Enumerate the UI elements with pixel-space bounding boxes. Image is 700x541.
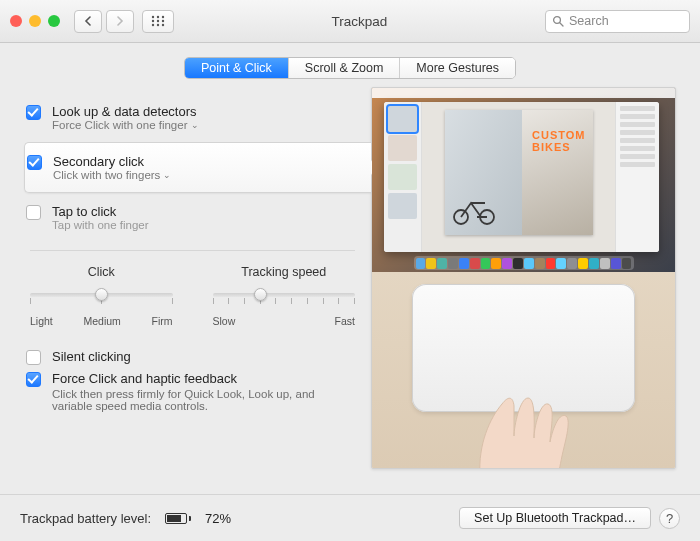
option-secondary-click-checkbox[interactable] xyxy=(27,155,42,170)
grid-icon xyxy=(151,15,165,27)
sliders-row: Click Light Medium Firm Tracking speed xyxy=(24,251,361,335)
tabs: Point & Click Scroll & Zoom More Gesture… xyxy=(184,57,516,79)
option-silent-clicking[interactable]: Silent clicking xyxy=(26,349,359,365)
titlebar: Trackpad Search xyxy=(0,0,700,43)
option-look-up-checkbox[interactable] xyxy=(26,105,41,120)
svg-line-10 xyxy=(560,23,563,26)
option-look-up-title: Look up & data detectors xyxy=(52,104,199,119)
hand-icon xyxy=(450,384,598,469)
footer: Trackpad battery level: 72% Set Up Bluet… xyxy=(0,494,700,541)
click-slider-label: Click xyxy=(30,265,173,279)
chevron-down-icon: ⌄ xyxy=(191,120,199,130)
battery-percent: 72% xyxy=(205,511,231,526)
window-controls xyxy=(10,15,60,27)
click-slider: Click Light Medium Firm xyxy=(30,265,173,327)
tab-point-and-click[interactable]: Point & Click xyxy=(185,58,289,78)
search-placeholder: Search xyxy=(569,14,609,28)
svg-point-0 xyxy=(152,16,154,18)
option-look-up[interactable]: Look up & data detectors Force Click wit… xyxy=(24,93,361,142)
preview-headline: CUSTOMBIKES xyxy=(532,130,585,153)
show-all-prefs-button[interactable] xyxy=(142,10,174,33)
svg-point-3 xyxy=(152,20,154,22)
bike-icon xyxy=(451,197,497,225)
chevron-down-icon: ⌄ xyxy=(163,170,171,180)
click-slider-track[interactable] xyxy=(30,285,173,305)
tracking-slider-track[interactable] xyxy=(213,285,356,305)
option-force-click-checkbox[interactable] xyxy=(26,372,41,387)
svg-point-6 xyxy=(152,24,154,26)
nav-buttons xyxy=(74,10,134,33)
minimize-window-button[interactable] xyxy=(29,15,41,27)
svg-point-9 xyxy=(554,17,561,24)
svg-point-4 xyxy=(157,20,159,22)
forward-button[interactable] xyxy=(106,10,134,33)
help-button[interactable]: ? xyxy=(659,508,680,529)
battery-label: Trackpad battery level: xyxy=(20,511,151,526)
tab-more-gestures[interactable]: More Gestures xyxy=(400,58,515,78)
option-look-up-menu[interactable]: Force Click with one finger ⌄ xyxy=(52,119,199,131)
search-icon xyxy=(552,15,564,27)
setup-bluetooth-trackpad-button[interactable]: Set Up Bluetooth Trackpad… xyxy=(459,507,651,529)
option-secondary-click-title: Secondary click xyxy=(53,154,171,169)
tabs-container: Point & Click Scroll & Zoom More Gesture… xyxy=(0,43,700,87)
preview-trackpad-area xyxy=(372,272,675,468)
option-silent-clicking-checkbox[interactable] xyxy=(26,350,41,365)
svg-point-8 xyxy=(162,24,164,26)
svg-point-2 xyxy=(162,16,164,18)
option-secondary-click-menu[interactable]: Click with two fingers ⌄ xyxy=(53,169,171,181)
option-tap-to-click-title: Tap to click xyxy=(52,204,149,219)
preview-dock xyxy=(414,256,634,270)
close-window-button[interactable] xyxy=(10,15,22,27)
gesture-options: Look up & data detectors Force Click wit… xyxy=(24,87,361,242)
battery-icon xyxy=(165,513,191,524)
tracking-slider-label: Tracking speed xyxy=(213,265,356,279)
search-field[interactable]: Search xyxy=(545,10,690,33)
tracking-slider: Tracking speed Slow Fast xyxy=(213,265,356,327)
chevron-left-icon xyxy=(84,16,92,26)
svg-point-1 xyxy=(157,16,159,18)
back-button[interactable] xyxy=(74,10,102,33)
option-secondary-click[interactable]: Secondary click Click with two fingers ⌄ xyxy=(24,142,371,193)
tab-scroll-and-zoom[interactable]: Scroll & Zoom xyxy=(289,58,401,78)
option-tap-to-click-sub: Tap with one finger xyxy=(52,219,149,231)
window-title: Trackpad xyxy=(182,14,537,29)
option-force-click[interactable]: Force Click and haptic feedback Click th… xyxy=(26,371,359,412)
chevron-right-icon xyxy=(116,16,124,26)
preview-column: CUSTOMBIKES xyxy=(371,87,676,469)
svg-point-5 xyxy=(162,20,164,22)
preview-desktop: CUSTOMBIKES xyxy=(372,88,675,272)
zoom-window-button[interactable] xyxy=(48,15,60,27)
option-tap-to-click-checkbox[interactable] xyxy=(26,205,41,220)
bottom-options: Silent clicking Force Click and haptic f… xyxy=(24,335,361,412)
preview-app-window: CUSTOMBIKES xyxy=(384,102,659,252)
svg-point-7 xyxy=(157,24,159,26)
tracking-slider-knob[interactable] xyxy=(254,288,267,301)
option-tap-to-click[interactable]: Tap to click Tap with one finger xyxy=(24,193,361,242)
content: Look up & data detectors Force Click wit… xyxy=(0,87,700,469)
preview-panel: CUSTOMBIKES xyxy=(371,87,676,469)
settings-column: Look up & data detectors Force Click wit… xyxy=(24,87,361,469)
